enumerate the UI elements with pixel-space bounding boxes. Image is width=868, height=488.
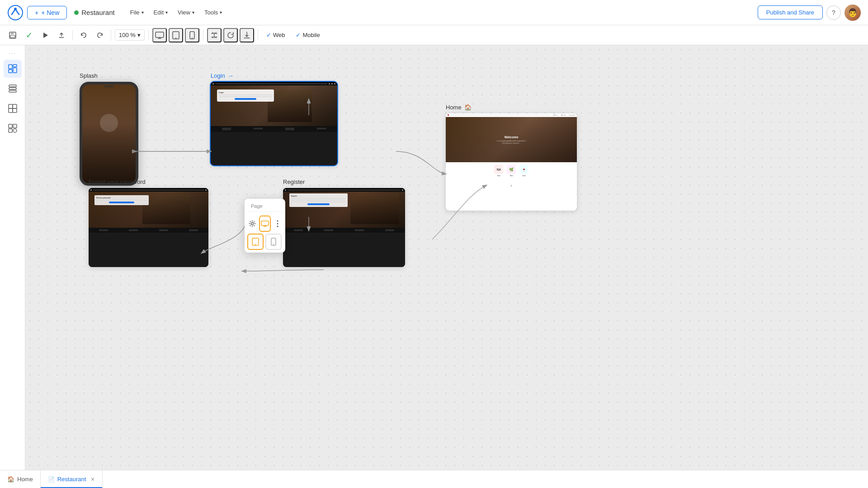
mobile-platform-button[interactable]: ✓ Mobile xyxy=(291,30,324,40)
web-platform-button[interactable]: ✓ Web xyxy=(262,30,290,40)
canvas-area[interactable]: Splash Login → xyxy=(25,45,868,470)
register-label: Register xyxy=(283,178,405,185)
publish-share-button[interactable]: Publish and Share xyxy=(758,5,823,19)
home-page[interactable]: Home 🏠 Menu About Contact Welcome to a u… xyxy=(446,104,577,211)
new-button[interactable]: + + New xyxy=(27,6,67,19)
desktop-device-button[interactable] xyxy=(152,28,167,42)
device-mobile-button[interactable] xyxy=(265,234,282,250)
toolbar: ✓ 100 % ▾ ✓ Web ✓ Mobile xyxy=(0,25,868,45)
play-button[interactable] xyxy=(38,28,52,42)
svg-point-0 xyxy=(8,5,23,20)
login-frame[interactable]: Login xyxy=(211,82,337,165)
check-button[interactable]: ✓ xyxy=(22,28,36,42)
register-page[interactable]: Register Register xyxy=(283,178,405,267)
home-screen: Menu About Contact Welcome to a unique g… xyxy=(446,113,577,211)
more-options-button[interactable] xyxy=(273,216,283,231)
user-avatar[interactable]: 👨 xyxy=(844,5,861,21)
register-frame[interactable]: Register xyxy=(283,188,405,267)
sidebar-item-layers[interactable] xyxy=(4,80,22,98)
sidebar-item-components[interactable] xyxy=(4,99,22,117)
register-screen: Register xyxy=(283,188,405,267)
mobile-check-icon: ✓ xyxy=(296,32,301,38)
svg-rect-20 xyxy=(9,108,13,113)
link-icon: → xyxy=(228,72,234,79)
restaurant-tab-label: Restaurant xyxy=(57,476,86,483)
popup-header: Page xyxy=(247,202,283,212)
home-tab[interactable]: 🏠 Home xyxy=(0,470,41,488)
divider xyxy=(111,30,111,41)
login-page[interactable]: Login → Login xyxy=(211,72,337,165)
home-icon: 🏠 xyxy=(464,104,472,111)
tablet-device-button[interactable] xyxy=(169,28,183,42)
mobile-device-button[interactable] xyxy=(185,28,199,42)
popup-top-row xyxy=(247,216,283,232)
restaurant-tab[interactable]: 📄 Restaurant ✕ xyxy=(41,470,103,488)
login-label: Login → xyxy=(211,72,337,79)
svg-rect-14 xyxy=(13,68,17,73)
forgot-frame[interactable]: Recover password xyxy=(89,188,208,267)
forgot-password-page[interactable]: Forgot your password Recover password xyxy=(89,178,208,267)
svg-point-35 xyxy=(255,244,256,245)
new-button-label: + New xyxy=(41,9,59,16)
avatar-image: 👨 xyxy=(844,5,861,21)
chevron-down-icon: ▾ xyxy=(192,10,194,15)
svg-rect-21 xyxy=(13,108,17,113)
divider xyxy=(148,30,149,41)
popup-bottom-row xyxy=(247,234,283,250)
undo-button[interactable] xyxy=(76,28,91,42)
home-tab-label: Home xyxy=(17,476,33,483)
file-menu[interactable]: File ▾ xyxy=(126,6,148,19)
drag-handle: ··· xyxy=(4,49,22,58)
zoom-control[interactable]: 100 % ▾ xyxy=(115,29,145,41)
save-button[interactable] xyxy=(5,28,20,42)
splash-label: Splash xyxy=(80,72,138,79)
svg-rect-4 xyxy=(10,35,15,38)
splash-frame[interactable] xyxy=(80,82,138,186)
svg-point-1 xyxy=(14,8,17,10)
redo-button[interactable] xyxy=(93,28,107,42)
home-tab-icon: 🏠 xyxy=(7,476,14,483)
rotate-button[interactable] xyxy=(223,28,238,42)
mock-navbar xyxy=(211,82,337,85)
svg-rect-3 xyxy=(11,32,14,34)
mock-footer xyxy=(211,126,337,132)
tools-menu[interactable]: Tools ▾ xyxy=(200,6,226,19)
svg-point-8 xyxy=(175,38,176,38)
divider xyxy=(258,30,258,41)
menu-bar: File ▾ Edit ▾ View ▾ Tools ▾ xyxy=(126,6,227,19)
chevron-down-icon: ▾ xyxy=(220,10,222,15)
home-frame[interactable]: Menu About Contact Welcome to a unique g… xyxy=(446,113,577,211)
device-tablet-button[interactable] xyxy=(247,234,264,250)
svg-rect-30 xyxy=(261,221,269,225)
svg-marker-5 xyxy=(43,33,48,38)
close-tab-button[interactable]: ✕ xyxy=(90,476,95,483)
chevron-down-icon: ▾ xyxy=(165,10,168,15)
svg-point-31 xyxy=(277,221,278,222)
export-button[interactable] xyxy=(54,28,69,42)
restaurant-tab-icon: 📄 xyxy=(48,476,55,483)
mirror-button[interactable] xyxy=(207,28,222,42)
sidebar-item-assets[interactable] xyxy=(4,119,22,137)
splash-screen xyxy=(82,84,136,183)
splash-page[interactable]: Splash xyxy=(80,72,138,186)
left-sidebar: ··· xyxy=(0,45,25,488)
svg-point-33 xyxy=(277,226,278,227)
download-button[interactable] xyxy=(240,28,254,42)
svg-rect-12 xyxy=(9,70,12,73)
sidebar-item-pages[interactable] xyxy=(4,60,22,78)
home-label: Home 🏠 xyxy=(446,104,577,111)
settings-button[interactable] xyxy=(247,216,257,231)
help-button[interactable]: ? xyxy=(826,5,841,20)
svg-point-10 xyxy=(192,38,193,38)
chevron-down-icon: ▾ xyxy=(142,10,144,15)
svg-rect-13 xyxy=(13,65,17,67)
svg-rect-24 xyxy=(9,129,12,132)
svg-rect-11 xyxy=(9,65,12,69)
chevron-down-icon: ▾ xyxy=(137,32,141,38)
edit-menu[interactable]: Edit ▾ xyxy=(149,6,172,19)
layout-desktop-button[interactable] xyxy=(259,216,271,232)
app-logo xyxy=(7,5,24,21)
status-dot xyxy=(74,10,79,15)
view-menu[interactable]: View ▾ xyxy=(173,6,199,19)
page-popup-menu: Page xyxy=(245,199,285,253)
